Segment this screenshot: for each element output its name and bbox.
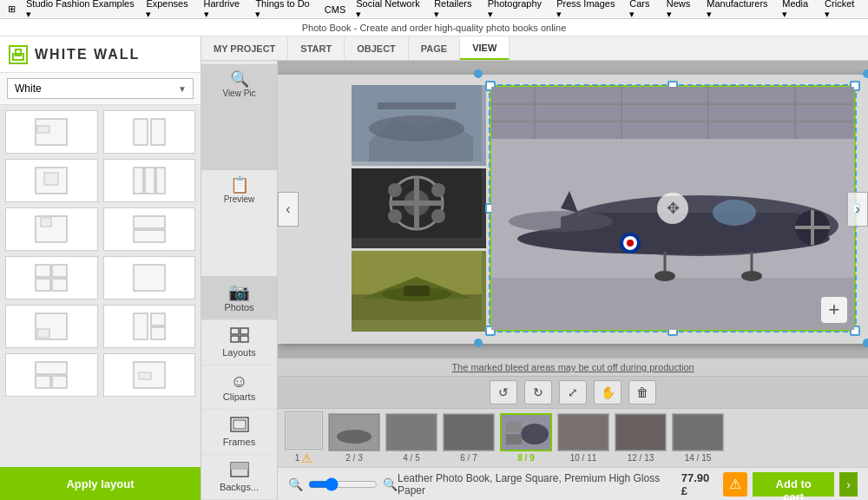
film-item-3[interactable]: 4 / 5 bbox=[385, 413, 437, 463]
move-button[interactable]: ✋ bbox=[594, 380, 621, 405]
rotate-handle-bl[interactable] bbox=[474, 339, 483, 347]
collage-photo-bottom[interactable] bbox=[352, 251, 486, 332]
layout-item[interactable] bbox=[5, 110, 98, 154]
menu-news[interactable]: News ▾ bbox=[662, 0, 701, 22]
menu-media[interactable]: Media ▾ bbox=[778, 0, 819, 22]
film-thumb-6[interactable] bbox=[557, 413, 609, 451]
backgrounds-tool[interactable]: Backgs... bbox=[201, 455, 277, 500]
rotate-handle-tr[interactable] bbox=[863, 69, 868, 78]
zoom-slider[interactable] bbox=[308, 477, 378, 491]
film-item-7[interactable]: 12 / 13 bbox=[615, 413, 667, 463]
layout-item[interactable] bbox=[103, 159, 196, 202]
frames-tool[interactable]: Frames bbox=[201, 410, 277, 455]
film-thumb-4[interactable] bbox=[443, 413, 495, 451]
svg-rect-92 bbox=[616, 415, 665, 450]
svg-rect-9 bbox=[145, 168, 155, 194]
film-item-2[interactable]: 2 / 3 bbox=[328, 413, 380, 463]
film-label-7: 12 / 13 bbox=[628, 453, 654, 463]
rotate-right-button[interactable]: ↺ bbox=[490, 380, 517, 405]
svg-rect-8 bbox=[134, 168, 143, 194]
svg-rect-14 bbox=[134, 230, 165, 242]
svg-rect-21 bbox=[37, 329, 49, 338]
layout-item[interactable] bbox=[103, 256, 196, 299]
rotate-left-icon: ↻ bbox=[533, 385, 543, 399]
svg-rect-55 bbox=[404, 286, 430, 296]
price-display: 77.90 £ bbox=[681, 471, 718, 497]
tab-view[interactable]: VIEW bbox=[460, 36, 510, 60]
photos-tool[interactable]: 📷 Photos bbox=[201, 276, 277, 320]
layout-item[interactable] bbox=[103, 353, 196, 397]
cliparts-tool[interactable]: ☺ Cliparts bbox=[201, 365, 277, 410]
layout-item[interactable] bbox=[5, 207, 98, 251]
film-thumb-1[interactable] bbox=[285, 411, 323, 450]
main-photo-selected[interactable]: ✥ + bbox=[490, 85, 856, 332]
fullscreen-button[interactable]: ⤢ bbox=[559, 380, 587, 405]
tab-object[interactable]: OBJECT bbox=[345, 36, 409, 60]
layout-item[interactable] bbox=[103, 305, 196, 348]
cart-arrow-button[interactable]: › bbox=[839, 472, 858, 497]
rotate-handle-tl[interactable] bbox=[474, 69, 483, 78]
film-warning-1: ⚠ bbox=[301, 451, 312, 465]
menu-studio[interactable]: Studio Fashion Examples ▾ bbox=[22, 0, 140, 22]
add-to-cart-button[interactable]: Add to cart bbox=[753, 472, 834, 497]
collage-photo-middle[interactable] bbox=[352, 168, 486, 249]
layout-row bbox=[5, 207, 195, 251]
menu-cricket[interactable]: Cricket ▾ bbox=[820, 0, 865, 22]
top-menubar: ⊞ Studio Fashion Examples ▾ Expenses ▾ H… bbox=[0, 0, 868, 19]
film-item-6[interactable]: 10 / 11 bbox=[557, 413, 609, 463]
tab-my-project[interactable]: MY PROJECT bbox=[201, 36, 288, 60]
film-item-8[interactable]: 14 / 15 bbox=[672, 413, 724, 463]
preview-button[interactable]: 📋 Preview bbox=[201, 170, 277, 276]
rotate-handle-br[interactable] bbox=[863, 339, 868, 347]
tab-start[interactable]: START bbox=[288, 36, 345, 60]
layout-item[interactable] bbox=[103, 110, 196, 154]
delete-button[interactable]: 🗑 bbox=[628, 380, 656, 405]
rotate-left-button[interactable]: ↻ bbox=[524, 380, 552, 405]
menu-cars[interactable]: Cars ▾ bbox=[625, 0, 660, 22]
warning-icon: ⚠ bbox=[729, 476, 741, 492]
film-item-4[interactable]: 6 / 7 bbox=[443, 413, 495, 463]
frames-icon bbox=[230, 417, 249, 435]
layout-item[interactable] bbox=[5, 256, 98, 299]
film-thumb-2[interactable] bbox=[328, 413, 380, 451]
layouts-tool[interactable]: Layouts bbox=[201, 320, 277, 365]
next-page-arrow[interactable]: › bbox=[847, 192, 868, 227]
move-icon[interactable]: ✥ bbox=[657, 193, 688, 224]
layout-item[interactable] bbox=[5, 305, 98, 348]
fullscreen-icon: ⤢ bbox=[568, 385, 578, 399]
film-item-5[interactable]: 8 / 9 bbox=[500, 413, 552, 463]
film-label-3: 4 / 5 bbox=[403, 453, 419, 463]
film-thumb-8[interactable] bbox=[672, 413, 724, 451]
menu-hardrive[interactable]: Hardrive ▾ bbox=[200, 0, 250, 22]
cart-warning-button[interactable]: ⚠ bbox=[723, 472, 748, 497]
film-thumb-3[interactable] bbox=[385, 413, 437, 451]
collage-photo-top[interactable] bbox=[352, 85, 486, 166]
film-item-1[interactable]: 1 ⚠ bbox=[285, 411, 323, 465]
svg-rect-4 bbox=[134, 119, 148, 145]
main-layout: WHITE WALL White Black Grey bbox=[0, 36, 868, 500]
menu-expenses[interactable]: Expenses ▾ bbox=[141, 0, 197, 22]
layout-item[interactable] bbox=[5, 353, 98, 397]
prev-page-arrow[interactable]: ‹ bbox=[278, 192, 299, 227]
product-info: Leather Photo Book, Large Square, Premiu… bbox=[398, 472, 681, 497]
layout-item[interactable] bbox=[103, 207, 196, 251]
film-thumb-5[interactable] bbox=[500, 413, 552, 451]
film-thumb-7[interactable] bbox=[615, 413, 667, 451]
apply-layout-button[interactable]: Apply layout bbox=[0, 467, 201, 500]
svg-rect-27 bbox=[52, 376, 67, 388]
layouts-icon bbox=[230, 327, 249, 345]
paper-color-select[interactable]: White Black Grey bbox=[7, 78, 194, 99]
svg-point-88 bbox=[521, 424, 549, 444]
add-photo-icon[interactable]: + bbox=[821, 297, 847, 323]
bleed-warning-link[interactable]: The marked bleed areas may be cut off du… bbox=[451, 362, 694, 372]
canvas-area: ‹ bbox=[278, 61, 868, 500]
film-label-6: 10 / 11 bbox=[570, 453, 597, 463]
menu-manufacturers[interactable]: Manufacturers ▾ bbox=[702, 0, 776, 22]
layout-item[interactable] bbox=[5, 159, 98, 202]
tab-page[interactable]: PAGE bbox=[409, 36, 460, 60]
menu-cms[interactable]: CMS bbox=[320, 3, 350, 16]
banner: Photo Book - Create and order high-quali… bbox=[0, 19, 868, 36]
svg-rect-3 bbox=[37, 126, 49, 133]
view-pic-button[interactable]: 🔍 View Pic bbox=[201, 64, 277, 170]
svg-point-47 bbox=[388, 183, 402, 197]
